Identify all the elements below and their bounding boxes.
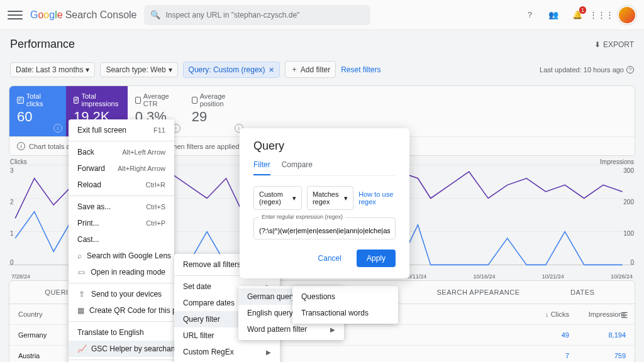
modal-tab-filter[interactable]: Filter	[253, 160, 270, 175]
menu-item[interactable]: Custom RegEx▶	[174, 344, 280, 360]
menu-item[interactable]: Exit full screenF11	[69, 122, 174, 138]
select-match-mode[interactable]: Matches regex▾	[307, 186, 353, 210]
chevron-right-icon: ▶	[330, 326, 335, 333]
query-filter-modal: Query Filter Compare Custom (regex)▾ Mat…	[240, 128, 409, 278]
german-query-submenu[interactable]: QuestionsTransactional words	[292, 286, 398, 324]
browser-context-menu[interactable]: Exit full screenF11BackAlt+Left ArrowFor…	[69, 119, 174, 362]
menu-item[interactable]: Save as...Ctrl+S	[69, 199, 174, 215]
regex-help-link[interactable]: How to use regex	[358, 190, 396, 206]
cancel-button[interactable]: Cancel	[308, 250, 352, 267]
chevron-right-icon: ▶	[266, 349, 271, 356]
menu-item[interactable]: BackAlt+Left Arrow	[69, 144, 174, 160]
menu-item[interactable]: ⇪Send to your devices	[69, 286, 174, 302]
regex-input[interactable]	[259, 227, 390, 234]
menu-item[interactable]: Translate to English	[69, 324, 174, 341]
menu-item-icon: ⇪	[77, 290, 86, 299]
regex-input-label: Enter regular expression (regex)	[259, 214, 345, 220]
modal-title: Query	[253, 140, 396, 153]
menu-item[interactable]: ForwardAlt+Right Arrow	[69, 160, 174, 177]
menu-item-icon: ▦	[77, 306, 84, 315]
menu-item[interactable]: Questions	[292, 288, 398, 305]
menu-item[interactable]: ▦Create QR Code for this page	[69, 302, 174, 319]
menu-item[interactable]: Cast...	[69, 231, 174, 248]
menu-item[interactable]: ▭Open in reading mode	[69, 264, 174, 280]
menu-item-icon: 📈	[77, 344, 86, 353]
select-query-mode[interactable]: Custom (regex)▾	[253, 186, 302, 210]
apply-button[interactable]: Apply	[357, 250, 396, 267]
menu-item-icon: ▭	[77, 268, 86, 277]
menu-item[interactable]: Transactional words	[292, 305, 398, 321]
menu-item[interactable]: ReloadCtrl+R	[69, 177, 174, 193]
modal-tab-compare[interactable]: Compare	[282, 160, 313, 175]
menu-item[interactable]: ⌕Search with Google Lens	[69, 248, 174, 264]
menu-item[interactable]: Print...Ctrl+P	[69, 215, 174, 231]
menu-item-icon: ⌕	[77, 251, 82, 260]
menu-item[interactable]: 📈GSC Helper by searchanalyzer.io▶	[69, 341, 174, 357]
